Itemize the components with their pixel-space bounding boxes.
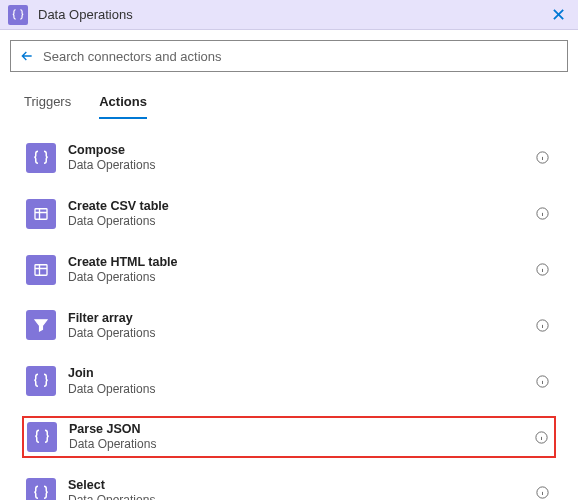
braces-icon	[26, 366, 56, 396]
action-title: Parse JSON	[69, 421, 532, 437]
action-title: Join	[68, 365, 533, 381]
action-subtitle: Data Operations	[68, 493, 533, 500]
action-text: Create CSV table Data Operations	[68, 198, 533, 230]
close-button[interactable]: ✕	[547, 4, 570, 26]
tabs: Triggers Actions	[0, 80, 578, 119]
action-text: Create HTML table Data Operations	[68, 254, 533, 286]
info-icon[interactable]	[533, 262, 552, 277]
action-text: Filter array Data Operations	[68, 310, 533, 342]
action-title: Create HTML table	[68, 254, 533, 270]
info-icon[interactable]	[533, 374, 552, 389]
action-item-join[interactable]: Join Data Operations	[22, 360, 556, 402]
braces-icon	[27, 422, 57, 452]
search-container	[0, 30, 578, 80]
action-item-filter-array[interactable]: Filter array Data Operations	[22, 305, 556, 347]
info-icon[interactable]	[533, 206, 552, 221]
info-icon[interactable]	[533, 150, 552, 165]
table-icon	[26, 255, 56, 285]
action-title: Select	[68, 477, 533, 493]
action-item-select[interactable]: Select Data Operations	[22, 472, 556, 500]
info-icon[interactable]	[532, 430, 551, 445]
action-subtitle: Data Operations	[68, 326, 533, 342]
action-text: Select Data Operations	[68, 477, 533, 500]
panel-title: Data Operations	[38, 7, 547, 22]
back-arrow-icon[interactable]	[19, 48, 35, 64]
action-item-create-html-table[interactable]: Create HTML table Data Operations	[22, 249, 556, 291]
tab-triggers[interactable]: Triggers	[24, 86, 71, 119]
svg-rect-1	[35, 209, 47, 220]
actions-list: Compose Data Operations Create CSV table…	[0, 119, 578, 500]
action-title: Filter array	[68, 310, 533, 326]
panel-header: Data Operations ✕	[0, 0, 578, 30]
action-title: Create CSV table	[68, 198, 533, 214]
action-text: Join Data Operations	[68, 365, 533, 397]
action-text: Compose Data Operations	[68, 142, 533, 174]
action-subtitle: Data Operations	[68, 158, 533, 174]
action-item-create-csv-table[interactable]: Create CSV table Data Operations	[22, 193, 556, 235]
action-subtitle: Data Operations	[68, 270, 533, 286]
action-subtitle: Data Operations	[68, 214, 533, 230]
action-title: Compose	[68, 142, 533, 158]
action-subtitle: Data Operations	[68, 382, 533, 398]
action-item-parse-json[interactable]: Parse JSON Data Operations	[22, 416, 556, 458]
action-item-compose[interactable]: Compose Data Operations	[22, 137, 556, 179]
table-icon	[26, 199, 56, 229]
tab-actions[interactable]: Actions	[99, 86, 147, 119]
info-icon[interactable]	[533, 485, 552, 500]
svg-rect-3	[35, 264, 47, 275]
braces-icon	[8, 5, 28, 25]
info-icon[interactable]	[533, 318, 552, 333]
action-subtitle: Data Operations	[69, 437, 532, 453]
braces-icon	[26, 478, 56, 500]
search-box[interactable]	[10, 40, 568, 72]
filter-icon	[26, 310, 56, 340]
action-text: Parse JSON Data Operations	[69, 421, 532, 453]
search-input[interactable]	[43, 49, 559, 64]
braces-icon	[26, 143, 56, 173]
